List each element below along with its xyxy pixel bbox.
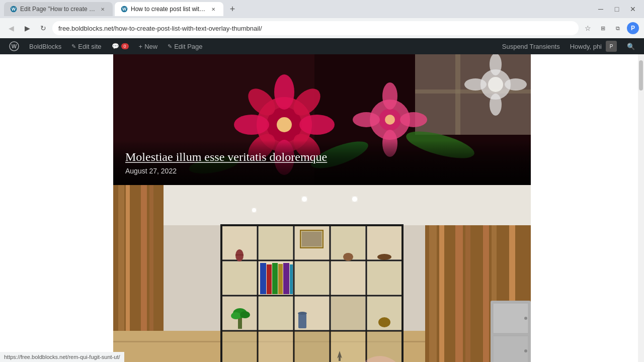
new-tab-button[interactable]: + <box>225 2 239 16</box>
howdy-label: Howdy, phi <box>570 43 602 50</box>
svg-point-27 <box>505 78 527 90</box>
boldblocks-label: BoldBlocks <box>29 43 61 50</box>
window-controls: ─ □ ✕ <box>594 2 640 16</box>
wordpress-icon: W <box>9 41 19 51</box>
svg-rect-66 <box>222 261 257 295</box>
tab2-close-button[interactable]: ✕ <box>209 5 217 13</box>
edit-page-menu-item[interactable]: ✎ Edit Page <box>163 38 207 54</box>
svg-rect-72 <box>267 264 272 294</box>
svg-rect-74 <box>278 264 283 294</box>
svg-point-41 <box>302 197 307 202</box>
svg-point-31 <box>382 82 397 110</box>
card2-image <box>113 185 531 362</box>
svg-rect-101 <box>429 225 437 362</box>
interior-svg <box>113 185 531 362</box>
svg-point-14 <box>274 74 294 110</box>
tab2-favicon: W <box>121 6 128 13</box>
plus-icon: + <box>139 43 143 50</box>
toolbar-icons: ☆ ⊞ ⧉ P <box>581 21 640 35</box>
address-text: free.boldblocks.net/how-to-create-post-l… <box>58 25 262 32</box>
close-window-button[interactable]: ✕ <box>626 2 640 16</box>
svg-point-16 <box>234 115 269 135</box>
tab1-favicon: W <box>10 6 17 13</box>
status-bar: https://free.boldblocks.net/rem-qui-fugi… <box>0 352 124 362</box>
edit-site-icon: ✎ <box>71 43 76 50</box>
suspend-transients-item[interactable]: Suspend Transients <box>497 38 565 54</box>
svg-rect-113 <box>493 303 528 333</box>
post-card-1: Molestiae illum esse veritatis doloremqu… <box>113 54 531 185</box>
browser-tab-2[interactable]: W How to create post list with text... ✕ <box>115 2 223 16</box>
scrollbar-thumb[interactable] <box>639 60 643 90</box>
wp-logo-item[interactable]: W <box>4 38 24 54</box>
tab1-close-button[interactable]: ✕ <box>99 5 107 13</box>
avatar: P <box>627 22 639 34</box>
svg-rect-96 <box>259 332 293 362</box>
card1-title-link[interactable]: Molestiae illum esse veritatis doloremqu… <box>125 150 327 163</box>
svg-point-24 <box>490 54 502 75</box>
svg-rect-8 <box>455 54 460 135</box>
extension-button[interactable]: ⊞ <box>596 21 610 35</box>
svg-rect-105 <box>465 225 470 362</box>
svg-point-25 <box>490 94 502 116</box>
svg-rect-78 <box>235 254 244 255</box>
svg-rect-106 <box>473 225 480 362</box>
profile-button[interactable]: P <box>626 21 640 35</box>
svg-rect-7 <box>415 54 531 135</box>
page-content: Molestiae illum esse veritatis doloremqu… <box>0 54 644 362</box>
svg-rect-98 <box>331 332 365 362</box>
maximize-button[interactable]: □ <box>610 2 624 16</box>
edit-site-label: Edit site <box>78 43 101 50</box>
minimize-button[interactable]: ─ <box>594 2 608 16</box>
svg-point-42 <box>352 197 357 202</box>
svg-rect-62 <box>259 226 293 259</box>
howdy-item[interactable]: Howdy, phi P <box>565 38 622 54</box>
extensions-button[interactable]: ⧉ <box>611 21 625 35</box>
svg-point-90 <box>231 312 241 319</box>
wp-admin-bar: W BoldBlocks ✎ Edit site 💬 0 + New ✎ Edi… <box>0 38 644 54</box>
edit-site-menu-item[interactable]: ✎ Edit site <box>66 38 106 54</box>
svg-point-26 <box>464 78 487 90</box>
svg-point-94 <box>378 317 390 327</box>
comments-badge: 0 <box>121 43 129 49</box>
card1-image: Molestiae illum esse veritatis doloremqu… <box>113 54 531 185</box>
boldblocks-menu-item[interactable]: BoldBlocks <box>24 38 66 54</box>
svg-point-23 <box>488 77 503 92</box>
status-url: https://free.boldblocks.net/rem-qui-fugi… <box>4 354 120 360</box>
search-button[interactable]: 🔍 <box>622 38 640 54</box>
svg-point-115 <box>524 317 527 320</box>
page-scrollbar[interactable] <box>638 54 644 362</box>
comments-menu-item[interactable]: 💬 0 <box>107 38 134 54</box>
edit-page-label: Edit Page <box>174 43 202 50</box>
card1-overlay: Molestiae illum esse veritatis doloremqu… <box>113 140 531 185</box>
address-input[interactable]: free.boldblocks.net/how-to-create-post-l… <box>52 21 579 35</box>
svg-text:W: W <box>12 43 17 49</box>
reload-button[interactable]: ↻ <box>36 21 50 35</box>
svg-text:W: W <box>12 7 16 12</box>
svg-rect-103 <box>447 225 453 362</box>
svg-rect-69 <box>331 261 365 295</box>
new-label: New <box>144 43 157 50</box>
bookmark-button[interactable]: ☆ <box>581 21 595 35</box>
svg-point-81 <box>343 253 353 261</box>
new-menu-item[interactable]: + New <box>134 38 163 54</box>
card1-date: August 27, 2022 <box>125 167 519 175</box>
svg-point-17 <box>299 115 335 135</box>
svg-text:W: W <box>122 7 126 12</box>
card1-title: Molestiae illum esse veritatis doloremqu… <box>125 150 519 164</box>
back-button[interactable]: ◀ <box>4 21 18 35</box>
tab2-label: How to create post list with text... <box>131 6 206 13</box>
svg-rect-102 <box>439 225 444 362</box>
svg-point-82 <box>377 254 391 260</box>
browser-tab-1[interactable]: W Edit Page "How to create post lis... ✕ <box>4 2 113 16</box>
tab1-label: Edit Page "How to create post lis... <box>20 6 96 13</box>
svg-rect-76 <box>290 264 293 294</box>
svg-point-33 <box>353 112 380 127</box>
svg-rect-71 <box>260 263 266 294</box>
svg-rect-84 <box>259 297 293 330</box>
svg-rect-40 <box>113 185 531 225</box>
svg-rect-95 <box>222 332 257 362</box>
address-bar: ◀ ▶ ↻ free.boldblocks.net/how-to-create-… <box>0 18 644 38</box>
svg-point-91 <box>240 311 250 318</box>
forward-button[interactable]: ▶ <box>20 21 34 35</box>
svg-rect-86 <box>331 297 365 330</box>
